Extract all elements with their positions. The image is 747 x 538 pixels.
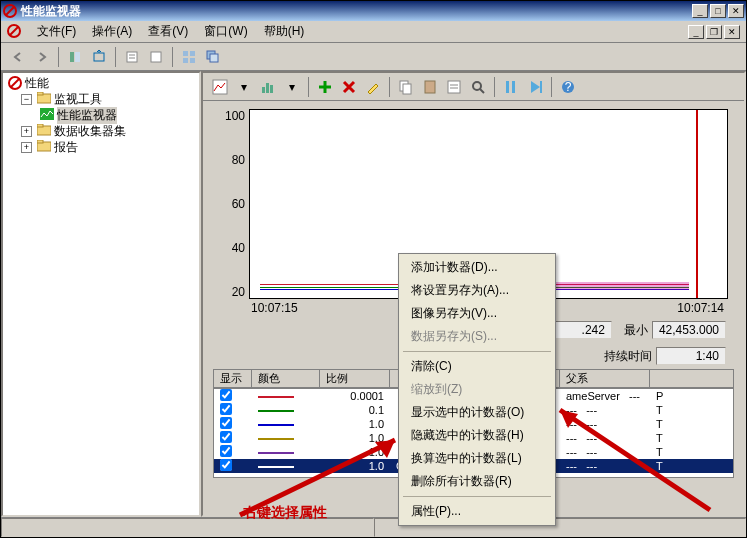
show-checkbox[interactable] (220, 431, 232, 443)
min-label: 最小 (624, 322, 648, 339)
menu-view[interactable]: 查看(V) (140, 21, 196, 42)
svg-rect-10 (151, 52, 161, 62)
chart-type-drop[interactable]: ▾ (281, 76, 303, 98)
svg-rect-40 (540, 81, 542, 93)
instance-cell: --- --- (560, 417, 650, 431)
min-value: 42,453.000 (652, 321, 726, 339)
svg-rect-23 (37, 124, 43, 127)
show-hide-button[interactable] (64, 46, 86, 68)
perfmon-icon (40, 108, 54, 122)
zoom-button[interactable] (467, 76, 489, 98)
menu-help[interactable]: 帮助(H) (256, 21, 313, 42)
export-button[interactable] (88, 46, 110, 68)
svg-rect-33 (448, 81, 460, 93)
view-current-button[interactable] (209, 76, 231, 98)
close-button[interactable]: ✕ (728, 4, 744, 18)
instance-cell: --- --- (560, 445, 650, 459)
instance-cell: ameServer --- (560, 389, 650, 403)
statusbar (1, 517, 746, 537)
svg-rect-4 (70, 52, 74, 62)
add-counter-button[interactable] (314, 76, 336, 98)
view-log-button[interactable]: ▾ (233, 76, 255, 98)
tree-root[interactable]: 性能 (5, 75, 197, 91)
freeze-button[interactable] (500, 76, 522, 98)
scale-cell: 1.0 (320, 431, 390, 445)
tree-collectors[interactable]: + 数据收集器集 (5, 123, 197, 139)
col-parent[interactable]: 父系 (560, 370, 650, 388)
svg-rect-20 (37, 92, 43, 95)
col-show[interactable]: 显示 (214, 370, 252, 388)
xtick-end: 10:07:14 (677, 301, 724, 315)
time-cursor (696, 110, 698, 298)
back-button[interactable] (7, 46, 29, 68)
show-checkbox[interactable] (220, 389, 232, 401)
col-obj[interactable] (650, 370, 734, 388)
main-window: 性能监视器 _ □ ✕ 文件(F) 操作(A) 查看(V) 窗口(W) 帮助(H… (0, 0, 747, 538)
tree-monitor-tools[interactable]: − 监视工具 (5, 91, 197, 107)
copy-button[interactable] (395, 76, 417, 98)
svg-rect-29 (270, 85, 273, 93)
ctx-remove-all[interactable]: 删除所有计数器(R) (401, 470, 553, 493)
show-checkbox[interactable] (220, 445, 232, 457)
svg-point-36 (473, 82, 481, 90)
chart-type-button[interactable] (257, 76, 279, 98)
menu-file[interactable]: 文件(F) (29, 21, 84, 42)
mdi-restore[interactable]: ❐ (706, 25, 722, 39)
scale-cell: 1.0 (320, 459, 390, 473)
ctx-hide-selected[interactable]: 隐藏选中的计数器(H) (401, 424, 553, 447)
ctx-zoom: 缩放到(Z) (401, 378, 553, 401)
obj-cell: T (650, 431, 733, 445)
mdi-minimize[interactable]: _ (688, 25, 704, 39)
duration-label: 持续时间 (604, 348, 652, 365)
menu-action[interactable]: 操作(A) (84, 21, 140, 42)
color-swatch (258, 424, 294, 426)
paste-button[interactable] (419, 76, 441, 98)
ctx-properties[interactable]: 属性(P)... (401, 500, 553, 523)
ctx-clear[interactable]: 清除(C) (401, 355, 553, 378)
ctx-show-selected[interactable]: 显示选中的计数器(O) (401, 401, 553, 424)
obj-cell: T (650, 403, 733, 417)
ctx-save-settings[interactable]: 将设置另存为(A)... (401, 279, 553, 302)
properties-button[interactable] (121, 46, 143, 68)
tile-button[interactable] (178, 46, 200, 68)
maximize-button[interactable]: □ (710, 4, 726, 18)
show-checkbox[interactable] (220, 403, 232, 415)
show-checkbox[interactable] (220, 459, 232, 471)
tree-reports[interactable]: + 报告 (5, 139, 197, 155)
scale-cell: 0.0001 (320, 389, 390, 403)
svg-rect-6 (94, 53, 104, 61)
ctx-save-image[interactable]: 图像另存为(V)... (401, 302, 553, 325)
show-checkbox[interactable] (220, 417, 232, 429)
cascade-button[interactable] (202, 46, 224, 68)
instance-cell: --- --- (560, 459, 650, 473)
collapse-icon[interactable]: − (21, 94, 32, 105)
highlight-button[interactable] (362, 76, 384, 98)
mdi-close[interactable]: ✕ (724, 25, 740, 39)
col-scale[interactable]: 比例 (320, 370, 390, 388)
mmc-toolbar (1, 43, 746, 71)
update-button[interactable] (524, 76, 546, 98)
tree-perfmon[interactable]: 性能监视器 (5, 107, 197, 123)
tree-pane[interactable]: 性能 − 监视工具 性能监视器 + 数据收集器集 + 报告 (1, 71, 201, 517)
ytick: 20 (215, 285, 245, 299)
scale-cell: 1.0 (320, 445, 390, 459)
help-button[interactable]: ? (557, 76, 579, 98)
tree-root-label: 性能 (25, 75, 49, 92)
refresh-button[interactable] (145, 46, 167, 68)
expand-icon[interactable]: + (21, 126, 32, 137)
minimize-button[interactable]: _ (692, 4, 708, 18)
expand-icon[interactable]: + (21, 142, 32, 153)
ctx-convert-selected[interactable]: 换算选中的计数器(L) (401, 447, 553, 470)
tree-collectors-label: 数据收集器集 (54, 123, 126, 140)
svg-rect-39 (512, 81, 515, 93)
menubar: 文件(F) 操作(A) 查看(V) 窗口(W) 帮助(H) _ ❐ ✕ (1, 21, 746, 43)
col-color[interactable]: 颜色 (252, 370, 320, 388)
mdi-sys-icon[interactable] (7, 24, 23, 40)
delete-counter-button[interactable] (338, 76, 360, 98)
ctx-add-counters[interactable]: 添加计数器(D)... (401, 256, 553, 279)
menu-window[interactable]: 窗口(W) (196, 21, 255, 42)
forward-button[interactable] (31, 46, 53, 68)
window-title: 性能监视器 (21, 3, 690, 20)
props-button[interactable] (443, 76, 465, 98)
app-icon (3, 4, 17, 18)
